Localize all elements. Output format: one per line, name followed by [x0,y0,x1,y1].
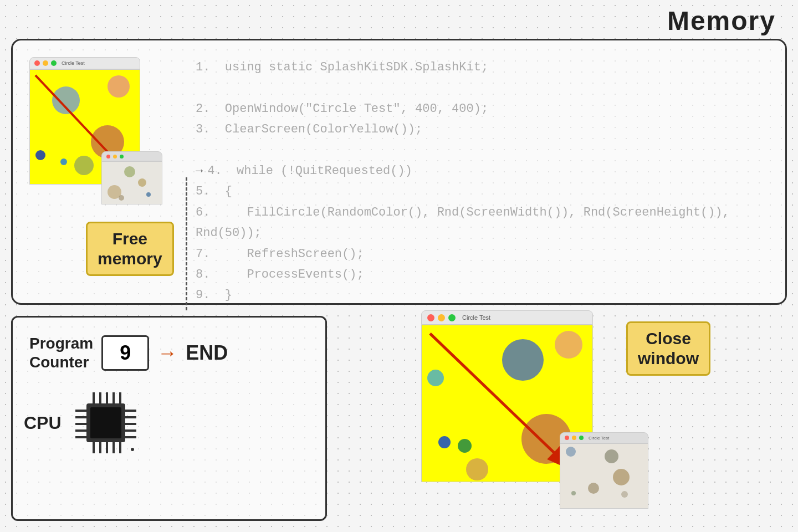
code-line-2: 2. OpenWindow("Circle Test", 400, 400); [196,99,774,119]
code-line-3: 3. ClearScreen(ColorYellow()); [196,119,774,140]
program-counter-label: Program Counter [29,334,93,371]
window-canvas-overlay [560,443,648,509]
code-line-9: 9. } [196,285,774,305]
bottom-left-panel: Program Counter 9 → END CPU [11,316,327,521]
code-line-8: 8. ProcessEvents(); [196,264,774,285]
svg-rect-2 [90,407,121,438]
code-line-1: 1. using static SplashKitSDK.SplashKit; [196,57,774,78]
code-line-blank2 [196,140,774,161]
cpu-label: CPU [24,413,62,433]
window-canvas-small [101,161,162,204]
window-screenshot-small [101,151,162,207]
window-title-label: Circle Test [62,60,85,66]
code-line-7: 7. RefreshScreen(); [196,244,774,264]
program-counter-value: 9 [101,335,149,371]
close-window-label: Close window [626,321,710,376]
code-line-6: 6. FillCircle(RandomColor(), Rnd(ScreenW… [196,202,774,244]
overlay-win-max [579,436,584,440]
svg-point-23 [131,448,134,451]
cpu-chip-icon [73,390,139,456]
code-arrow-indicator: → [196,161,203,181]
pc-arrow-icon: → [157,341,177,365]
free-memory-label: Free memory [86,222,174,276]
small-win-close [106,155,110,158]
window-screenshot-overlay: Circle Test [560,432,648,510]
cpu-area: CPU [24,390,139,456]
page-title: Memory [667,6,776,36]
large-win-close [427,314,434,321]
code-line-4: → 4. while (!QuitRequested()) [196,161,774,181]
win-close-dot [34,60,40,66]
win-max-dot [51,60,57,66]
code-line-5: 5. { [196,181,774,202]
program-counter-area: Program Counter 9 → END [29,334,228,371]
overlay-win-min [572,436,576,440]
small-win-min [113,155,117,158]
win-min-dot [43,60,48,66]
code-line-blank1 [196,78,774,98]
bottom-right-area: Circle Test [421,310,593,482]
small-win-max [120,155,124,158]
large-window-title: Circle Test [462,314,490,321]
overlay-win-title: Circle Test [589,436,609,441]
large-win-min [438,314,445,321]
dashed-connector-line [186,177,187,310]
large-win-max [448,314,456,321]
overlay-win-close [565,436,569,440]
pc-end-label: END [186,341,228,365]
svg-line-24 [430,334,567,466]
code-area: 1. using static SplashKitSDK.SplashKit; … [196,57,774,292]
